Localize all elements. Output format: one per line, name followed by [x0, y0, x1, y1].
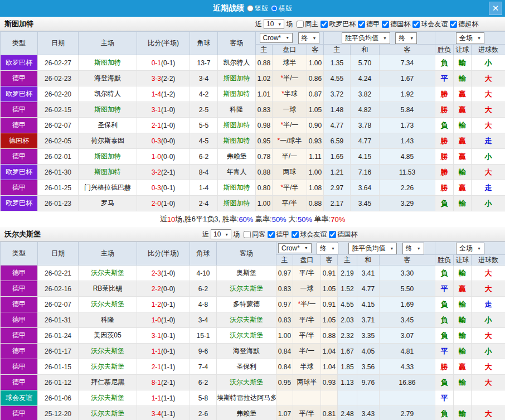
match-date: 26-02-05 [38, 133, 79, 149]
league-filter-checkbox[interactable] [321, 21, 328, 28]
league-filter[interactable]: 欧罗巴杯 [321, 20, 356, 29]
col-home: 主场 [79, 32, 137, 55]
result-goals: 小 [472, 196, 505, 211]
league-filter[interactable]: 德国杯 [329, 230, 357, 239]
odds-home: 0.97 [276, 297, 293, 312]
odds-home: 0.80 [256, 180, 273, 196]
league-badge: 德甲 [1, 281, 38, 297]
same-venue-filter[interactable]: 同客 [244, 230, 265, 239]
section-header-stuttgart: 斯图加特 近10▼场同主欧罗巴杯德甲德国杯球会友谊德超杯 [0, 17, 505, 31]
away-team: 斯图加特 [218, 86, 256, 102]
match-row: 德甲26-01-15沃尔夫斯堡2-1(1-1)7-4圣保利0.84半球1.041… [1, 359, 505, 375]
mean-away: 4.33 [380, 359, 435, 375]
mean-select[interactable]: 胜平负均值▼ [348, 243, 397, 254]
summary-text: 50% [298, 215, 312, 224]
recent-count-select[interactable]: 10▼ [264, 19, 284, 29]
odds-home: 0.95 [256, 133, 273, 149]
mean-draw: 3.82 [351, 86, 380, 102]
result-wdl: 勝 [435, 102, 454, 118]
league-filter[interactable]: 德甲 [358, 20, 380, 29]
league-filter[interactable]: 德超杯 [450, 20, 478, 29]
away-team: 弗赖堡 [218, 149, 256, 165]
handicap: 平/半 [293, 328, 321, 344]
match-row: 德甲26-02-07圣保利2-1(1-0)5-5斯图加特0.98*半/一0.90… [1, 118, 505, 133]
odds-home: 0.84 [276, 359, 293, 375]
score: 1-0(0-0) [137, 149, 190, 165]
final-mean-select-value: 终 [399, 33, 405, 43]
vertical-radio-label: 竖版 [255, 4, 268, 13]
mean-home: 3.72 [324, 86, 351, 102]
league-filter[interactable]: 球会友谊 [292, 230, 327, 239]
dropdown-arrow-icon: ▼ [304, 246, 308, 250]
col-corner: 角球 [190, 242, 217, 265]
match-row: 德甲26-02-15斯图加特3-1(1-0)2-5科隆0.83一球1.051.4… [1, 102, 505, 118]
match-row: 德甲26-01-24美因茨053-1(0-1)15-1沃尔夫斯堡1.00平/半0… [1, 328, 505, 344]
league-filter[interactable]: 球会友谊 [412, 20, 448, 29]
mean-draw: 3.78 [351, 118, 380, 133]
fullmatch-select[interactable]: 全场▼ [456, 243, 484, 254]
league-filter[interactable]: 德国杯 [382, 20, 410, 29]
same-venue-label: 同客 [252, 230, 265, 239]
same-venue-checkbox[interactable] [297, 21, 304, 28]
final-mean-select[interactable]: 终▼ [395, 32, 417, 44]
league-filter-checkbox[interactable] [292, 231, 299, 238]
league-filter-checkbox[interactable] [412, 21, 420, 28]
dropdown-arrow-icon: ▼ [477, 36, 481, 40]
mean-draw: 3.43 [357, 406, 380, 420]
match-date: 26-01-23 [38, 196, 79, 211]
handicap: 平/半 [293, 312, 321, 328]
horizontal-radio-label: 横版 [279, 4, 292, 13]
same-venue-filter[interactable]: 同主 [297, 20, 318, 29]
league-filter-checkbox[interactable] [329, 231, 336, 238]
recent-count-select[interactable]: 10▼ [211, 229, 231, 239]
odds-away: 0.88 [321, 328, 338, 344]
league-filter-checkbox[interactable] [358, 21, 365, 28]
col-handicap: 盘口 [273, 45, 307, 55]
corners: 3-4 [190, 312, 217, 328]
score: 2-0(1-0) [137, 196, 190, 211]
league-filter-checkbox[interactable] [450, 21, 457, 28]
fullmatch-group-header: 全场▼ [435, 242, 505, 255]
bookmaker-select[interactable]: Crow*▼ [278, 243, 312, 253]
result-wdl: 勝 [435, 359, 454, 375]
score: 2-3(1-0) [137, 265, 190, 281]
score: 8-1(2-1) [137, 375, 190, 390]
close-button[interactable]: ✕ [489, 2, 502, 15]
horizontal-radio[interactable] [271, 5, 278, 12]
fulltime-score: 2-1 [152, 122, 161, 129]
corners: 8-4 [190, 165, 218, 180]
layout-vertical-option[interactable]: 竖版 [247, 4, 268, 13]
result-handicap: 贏 [454, 281, 472, 297]
league-filter-checkbox[interactable] [268, 231, 275, 238]
halftime-score: (0-1) [161, 59, 175, 67]
league-filter-checkbox[interactable] [382, 21, 389, 28]
same-venue-checkbox[interactable] [244, 231, 251, 238]
vertical-radio[interactable] [247, 5, 254, 12]
league-filter[interactable]: 德甲 [268, 230, 289, 239]
home-team: 沃尔夫斯堡 [79, 359, 137, 375]
mean-select[interactable]: 胜平负均值▼ [342, 32, 390, 44]
bookmaker-select[interactable]: Crow*▼ [260, 33, 293, 43]
odds-away: 0.88 [307, 196, 324, 211]
handicap: 球半 [273, 55, 307, 71]
mean-away: 4.81 [380, 344, 435, 359]
score: 3-2(2-1) [137, 165, 190, 180]
final-odds-select[interactable]: 终▼ [317, 243, 338, 254]
corners: 9-6 [190, 344, 217, 359]
league-filter-label: 德超杯 [458, 20, 478, 29]
mean-away: 3.07 [380, 328, 435, 344]
fullmatch-select[interactable]: 全场▼ [456, 32, 484, 44]
result-wdl: 負 [435, 265, 454, 281]
match-row: 德甲26-01-12拜仁慕尼黑8-1(2-1)6-2沃尔夫斯堡0.95两球半0.… [1, 375, 505, 390]
league-badge: 德甲 [1, 359, 38, 375]
final-odds-select[interactable]: 终▼ [298, 32, 320, 44]
mean-draw: 5.70 [351, 55, 380, 71]
odds-away: 1.05 [321, 281, 338, 297]
mean-draw: 4.24 [351, 71, 380, 86]
filters-bar: 近10▼场同主欧罗巴杯德甲德国杯球会友谊德超杯 [254, 17, 478, 31]
col-type: 类型 [1, 242, 38, 265]
dropdown-arrow-icon: ▼ [278, 22, 281, 26]
handicap-star: * [298, 300, 300, 308]
final-mean-select[interactable]: 终▼ [402, 243, 424, 254]
layout-horizontal-option[interactable]: 横版 [271, 4, 292, 13]
